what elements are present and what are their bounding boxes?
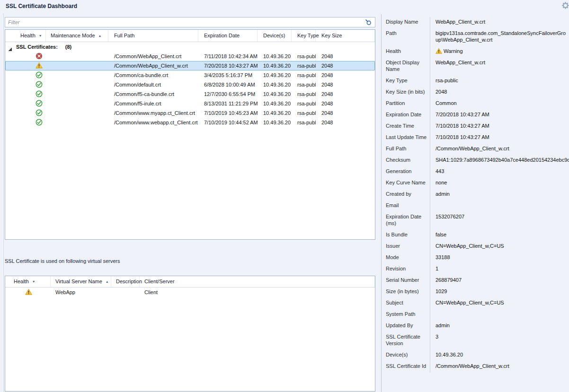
health-header-label: Health	[20, 30, 36, 42]
cell-maintenance	[46, 52, 108, 61]
property-row: Object Display NameWebApp_Client_w.crt	[381, 57, 569, 75]
property-row: Serial Number268879407	[381, 274, 569, 286]
property-row: Updated Byadmin	[381, 320, 569, 331]
table-row[interactable]: /Common/default.crt 6/8/2028 10:00:49 AM…	[5, 80, 375, 89]
certificates-header-row: Health ▼ Maintenance Mode ▲ Full Path Ex…	[5, 30, 375, 42]
cell-key-size: 2048	[316, 80, 375, 89]
column-header-key-type[interactable]: Key Type	[292, 30, 316, 42]
property-row-health: Health Warning	[381, 45, 569, 57]
property-row: Is Bundlefalse	[381, 229, 569, 240]
sort-desc-icon: ▼	[39, 30, 42, 42]
cell-key-type: rsa-public	[292, 80, 316, 89]
cell-expiration: 7/20/2018 10:43:27 AM	[198, 61, 258, 70]
group-label: SSL Certificates:	[16, 42, 58, 52]
table-row[interactable]: /Common/www.myapp.ct_Client.crt 7/10/201…	[5, 108, 375, 118]
cell-devices: 10.49.36.20	[258, 108, 292, 118]
table-row[interactable]: /Common/www.webapp.ct_Client.crt 7/10/20…	[5, 118, 375, 127]
cell-expiration: 12/7/2030 6:55:54 PM	[198, 89, 258, 99]
sort-asc-icon: ▲	[98, 30, 102, 42]
property-row: Pathbigipv131sa.comtrade.com_StandaloneS…	[381, 27, 569, 45]
cell-key-type: rsa-public	[292, 108, 316, 118]
property-row: Generation443	[381, 166, 569, 177]
table-row[interactable]: /Common/ca-bundle.crt 3/4/2035 5:16:37 P…	[5, 70, 375, 80]
table-row-selected[interactable]: /Common/WebApp_Client_w.crt 7/20/2018 10…	[5, 61, 375, 70]
table-row[interactable]: /Common/WebApp_Client.crt 7/11/2018 10:4…	[5, 52, 375, 61]
property-row: Full Path/Common/WebApp_Client_w.crt	[381, 143, 569, 154]
cell-key-type: rsa-public	[292, 118, 316, 127]
virtual-servers-section-label: SSL Certificate is used on following vir…	[5, 258, 120, 264]
column-header-key-size[interactable]: Key Size	[316, 30, 375, 42]
column-header-client-server[interactable]: Client/Server	[140, 276, 375, 287]
cell-devices: 10.49.36.20	[258, 99, 292, 108]
virtual-servers-header-row: Health ▼ Virtual Server Name ▲ Descripti…	[5, 276, 375, 287]
ok-icon	[36, 100, 43, 107]
filter-box	[5, 17, 375, 27]
column-header-health[interactable]: Health ▼	[5, 276, 51, 287]
property-row: Key Size (in bits)2048	[381, 86, 569, 97]
error-icon	[36, 52, 43, 60]
table-row[interactable]: /Common/f5-irule.crt 8/13/2031 11:21:29 …	[5, 99, 375, 108]
expander-column-header	[5, 30, 17, 42]
property-row: Revision1	[381, 263, 569, 274]
expander-icon[interactable]	[8, 45, 12, 49]
property-row: SubjectCN=WebApp_Client_w,C=US	[381, 297, 569, 308]
cell-full-path: /Common/ca-bundle.crt	[108, 70, 198, 80]
property-row: Email	[381, 200, 569, 211]
property-row: Key Curve Namenone	[381, 177, 569, 188]
maintenance-header-label: Maintenance Mode	[51, 30, 95, 42]
certificates-group-row[interactable]: SSL Certificates: (8)	[5, 42, 375, 52]
column-header-health[interactable]: Health ▼	[17, 30, 46, 42]
cell-key-type: rsa-public	[292, 89, 316, 99]
cell-full-path: /Common/www.webapp.ct_Client.crt	[108, 118, 198, 127]
health-status-text: Warning	[444, 48, 463, 54]
sort-desc-icon: ▼	[32, 276, 36, 287]
page-title: SSL Certificate Dashboard	[6, 3, 77, 9]
cell-devices: 10.49.36.20	[258, 89, 292, 99]
cell-devices: 10.49.36.20	[258, 70, 292, 80]
cell-devices: 10.49.36.20	[258, 118, 292, 127]
cell-expiration: 8/13/2031 11:21:29 PM	[198, 99, 258, 108]
cell-full-path: /Common/default.crt	[108, 80, 198, 89]
cell-key-size: 2048	[316, 118, 375, 127]
column-header-full-path[interactable]: Full Path	[108, 30, 198, 42]
cell-devices: 10.49.36.20	[258, 52, 292, 61]
filter-input[interactable]	[5, 17, 365, 27]
gear-icon[interactable]	[561, 1, 569, 9]
details-panel: Display NameWebApp_Client_w.crt Pathbigi…	[381, 16, 569, 372]
column-header-maintenance-mode[interactable]: Maintenance Mode ▲	[46, 30, 108, 42]
property-row: Expiration Date7/20/2018 10:43:27 AM	[381, 109, 569, 120]
cell-devices: 10.49.36.20	[258, 61, 292, 70]
cell-key-type: rsa-public	[292, 99, 316, 108]
cell-full-path: /Common/f5-ca-bundle.crt	[108, 89, 198, 99]
cell-key-size: 2048	[316, 61, 375, 70]
property-row: SSL Certificate Id/Common/WebApp_Client_…	[381, 360, 569, 372]
ok-icon	[36, 90, 43, 97]
property-row: IssuerCN=WebApp_Client_w,C=US	[381, 240, 569, 252]
column-header-description[interactable]: Description	[111, 276, 140, 287]
column-header-devices[interactable]: Device(s)	[258, 30, 292, 42]
content-left-border	[3, 13, 4, 392]
sort-asc-icon: ▲	[106, 276, 109, 287]
table-row[interactable]: /Common/f5-ca-bundle.crt 12/7/2030 6:55:…	[5, 89, 375, 99]
warning-icon	[36, 62, 43, 69]
property-row: Last Update Time7/10/2018 10:43:27 AM	[381, 131, 569, 143]
cell-full-path: /Common/f5-irule.crt	[108, 99, 198, 108]
property-row: Size (in bytes)1029	[381, 286, 569, 297]
property-row: Device(s)10.49.36.20	[381, 349, 569, 360]
group-count: (8)	[65, 42, 71, 52]
property-row: Key Typersa-public	[381, 75, 569, 86]
property-row: System Path	[381, 308, 569, 320]
ok-icon	[36, 71, 43, 78]
cell-key-type: rsa-public	[292, 61, 316, 70]
cell-virtual-server-name: WebApp	[51, 287, 111, 297]
column-header-virtual-server-name[interactable]: Virtual Server Name ▲	[51, 276, 111, 287]
table-row[interactable]: WebApp Client	[5, 287, 375, 297]
property-row: SSL Certificate Version3	[381, 331, 569, 349]
column-header-expiration-date[interactable]: Expiration Date	[198, 30, 258, 42]
cell-devices: 10.49.36.20	[258, 80, 292, 89]
search-icon[interactable]	[365, 19, 372, 26]
property-row: PartitionCommon	[381, 97, 569, 109]
property-row: ChecksumSHA1:1029:7a8968673492b40a7ce448…	[381, 154, 569, 166]
warning-icon	[436, 48, 442, 54]
property-row: Mode33188	[381, 252, 569, 263]
